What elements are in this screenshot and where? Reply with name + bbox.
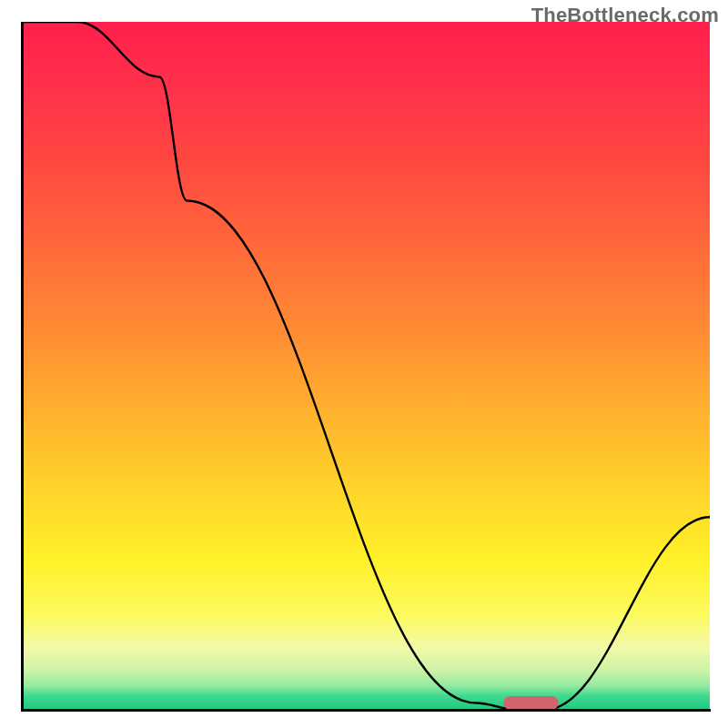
- curve-layer: [22, 22, 710, 710]
- watermark-text: TheBottleneck.com: [531, 4, 719, 27]
- optimal-marker: [503, 696, 558, 710]
- x-axis: [21, 709, 711, 712]
- y-axis: [21, 22, 24, 712]
- chart-frame: TheBottleneck.com: [0, 0, 728, 728]
- bottleneck-curve-path: [22, 22, 710, 710]
- plot-area: [22, 22, 710, 710]
